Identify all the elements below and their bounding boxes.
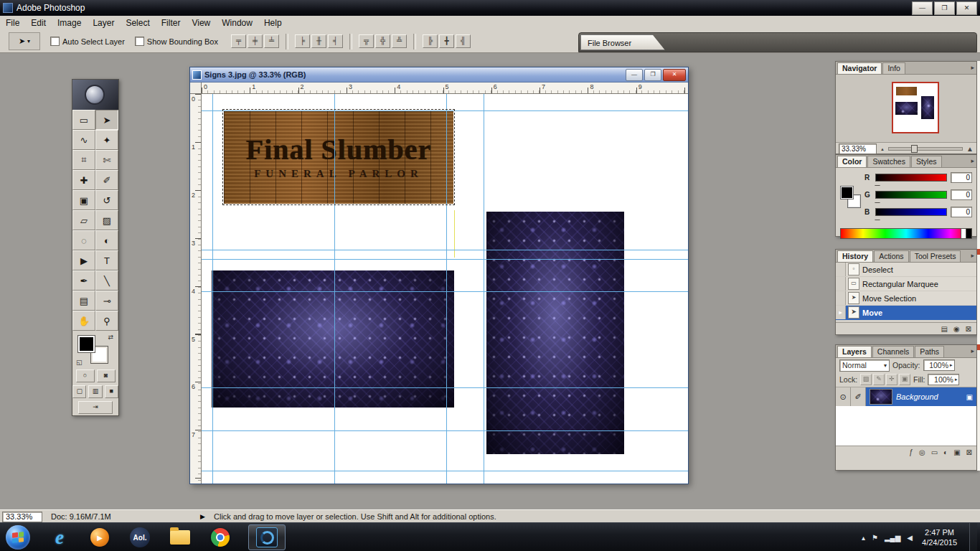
action-center-flag-icon[interactable]: ⚑: [872, 534, 878, 542]
path-selection-tool[interactable]: ▶: [72, 250, 95, 270]
history-source-cell[interactable]: ▸: [836, 306, 846, 319]
speaker-icon[interactable]: ◀: [907, 534, 913, 542]
history-source-cell[interactable]: [836, 277, 846, 291]
doc-close-button[interactable]: ✕: [663, 69, 686, 81]
slider-thumb[interactable]: [875, 216, 880, 220]
menu-window[interactable]: Window: [216, 16, 258, 30]
layer-set-icon[interactable]: ▭: [928, 447, 941, 458]
layer-effects-icon[interactable]: ƒ: [906, 447, 916, 458]
magic-wand-tool[interactable]: ✦: [95, 130, 118, 150]
distribute-bottom-edges-button[interactable]: ╩: [392, 34, 407, 48]
hidden-icons-icon[interactable]: ▴: [862, 534, 865, 542]
slider-thumb[interactable]: [875, 182, 880, 185]
tab-channels[interactable]: Channels: [872, 346, 914, 357]
show-bounding-box-checkbox[interactable]: Show Bounding Box: [135, 37, 218, 46]
tab-info[interactable]: Info: [882, 62, 905, 74]
menu-filter[interactable]: Filter: [156, 16, 187, 30]
slice-tool[interactable]: ✄: [95, 150, 118, 170]
tab-history[interactable]: History: [837, 250, 873, 262]
jump-to-imageready-button[interactable]: ⇥: [78, 401, 113, 414]
tab-swatches[interactable]: Swatches: [867, 156, 910, 167]
delete-layer-icon[interactable]: ⊠: [963, 447, 975, 458]
taskbar-clock[interactable]: 2:47 PM 4/24/2015: [922, 527, 957, 547]
new-document-from-state-icon[interactable]: ▤: [938, 324, 950, 334]
lock-all-icon[interactable]: ▣: [899, 374, 910, 385]
slider-handle[interactable]: [911, 145, 918, 153]
chrome-button[interactable]: [208, 524, 232, 550]
hand-tool[interactable]: ✋: [72, 311, 95, 331]
align-top-edges-button[interactable]: ╤: [231, 34, 246, 48]
file-explorer-button[interactable]: [168, 524, 192, 550]
align-bottom-edges-button[interactable]: ╧: [264, 34, 279, 48]
minimize-button[interactable]: —: [912, 1, 933, 15]
fullscreen-menubar-button[interactable]: ▥: [88, 385, 102, 398]
navigator-zoom-slider[interactable]: [888, 147, 963, 151]
standard-screen-button[interactable]: ▢: [72, 385, 86, 398]
tab-layers[interactable]: Layers: [837, 346, 872, 357]
zoom-in-icon[interactable]: ▲: [966, 145, 974, 153]
fill-field[interactable]: 100% ▸: [928, 374, 959, 385]
g-channel-slider[interactable]: [875, 191, 947, 199]
menu-help[interactable]: Help: [258, 16, 288, 30]
rectangular-marquee-tool[interactable]: ▭: [72, 110, 95, 130]
tab-color[interactable]: Color: [837, 156, 867, 167]
foreground-color-swatch[interactable]: [78, 336, 95, 352]
lasso-tool[interactable]: ∿: [72, 130, 95, 150]
distribute-top-edges-button[interactable]: ╦: [359, 34, 374, 48]
blur-tool[interactable]: ◌: [72, 230, 95, 250]
blend-mode-select[interactable]: Normal ▾: [839, 359, 890, 372]
close-button[interactable]: ✕: [956, 1, 977, 15]
history-state-row[interactable]: ➤Move Selection: [836, 291, 976, 306]
menu-file[interactable]: File: [0, 16, 25, 30]
lock-position-icon[interactable]: ✛: [886, 374, 897, 385]
palette-menu-icon[interactable]: ▸: [971, 252, 974, 259]
zoom-tool[interactable]: ⚲: [95, 311, 118, 331]
status-zoom-field[interactable]: 33.33%: [2, 512, 42, 522]
document-sizes[interactable]: Doc: 9.16M/7.1M ▶: [42, 512, 208, 521]
tab-paths[interactable]: Paths: [915, 346, 944, 357]
new-layer-icon[interactable]: ▣: [951, 447, 963, 458]
menu-view[interactable]: View: [186, 16, 216, 30]
photoshop-taskbar-button[interactable]: [248, 524, 286, 550]
lock-transparency-icon[interactable]: ▨: [860, 374, 872, 385]
menu-edit[interactable]: Edit: [25, 16, 52, 30]
history-state-row[interactable]: ▫Deselect: [836, 263, 976, 277]
distribute-left-edges-button[interactable]: ╠: [423, 34, 438, 48]
layer-mask-icon[interactable]: ◎: [916, 447, 928, 458]
restore-button[interactable]: ❐: [934, 1, 955, 15]
slider-arrow-icon[interactable]: ▸: [950, 360, 953, 370]
spectrum-black-swatch[interactable]: [966, 229, 971, 238]
distribute-right-edges-button[interactable]: ╣: [456, 34, 471, 48]
brush-tool[interactable]: ✐: [95, 170, 118, 190]
type-tool[interactable]: T: [95, 250, 118, 270]
clone-stamp-tool[interactable]: ▣: [72, 190, 95, 210]
show-desktop-button[interactable]: [969, 523, 977, 551]
checkbox-icon[interactable]: [135, 37, 144, 46]
align-right-edges-button[interactable]: ╡: [328, 34, 343, 48]
history-state-row[interactable]: ▸➤Move: [836, 306, 976, 320]
quick-mask-mode-button[interactable]: ◙: [97, 369, 116, 382]
healing-brush-tool[interactable]: ✚: [72, 170, 95, 190]
internet-explorer-button[interactable]: e: [47, 524, 72, 550]
layer-visibility-eye-icon[interactable]: ⊙: [836, 387, 851, 406]
default-colors-icon[interactable]: ◱: [76, 359, 83, 366]
gradient-tool[interactable]: ▨: [95, 210, 118, 230]
fullscreen-button[interactable]: ■: [105, 385, 118, 398]
dodge-tool[interactable]: ◐: [95, 230, 118, 250]
damask-pattern-portrait[interactable]: [486, 212, 624, 454]
history-brush-tool[interactable]: ↺: [95, 190, 118, 210]
adjustment-layer-icon[interactable]: ◐: [941, 447, 951, 458]
tab-actions[interactable]: Actions: [874, 250, 908, 262]
crop-tool[interactable]: ⌗: [72, 150, 95, 170]
g-value-field[interactable]: 0: [951, 189, 972, 200]
navigator-zoom-field[interactable]: 33.33%: [839, 143, 877, 154]
auto-select-layer-checkbox[interactable]: Auto Select Layer: [50, 37, 125, 46]
opacity-field[interactable]: 100% ▸: [923, 359, 955, 371]
history-source-cell[interactable]: [836, 291, 846, 305]
layer-name[interactable]: Background: [896, 392, 966, 401]
menu-image[interactable]: Image: [52, 16, 87, 30]
doc-minimize-button[interactable]: —: [626, 69, 643, 81]
file-browser-tab[interactable]: File Browser: [580, 34, 665, 50]
palette-menu-icon[interactable]: ▸: [971, 64, 974, 71]
network-icon[interactable]: ▂▄▆: [885, 534, 900, 542]
